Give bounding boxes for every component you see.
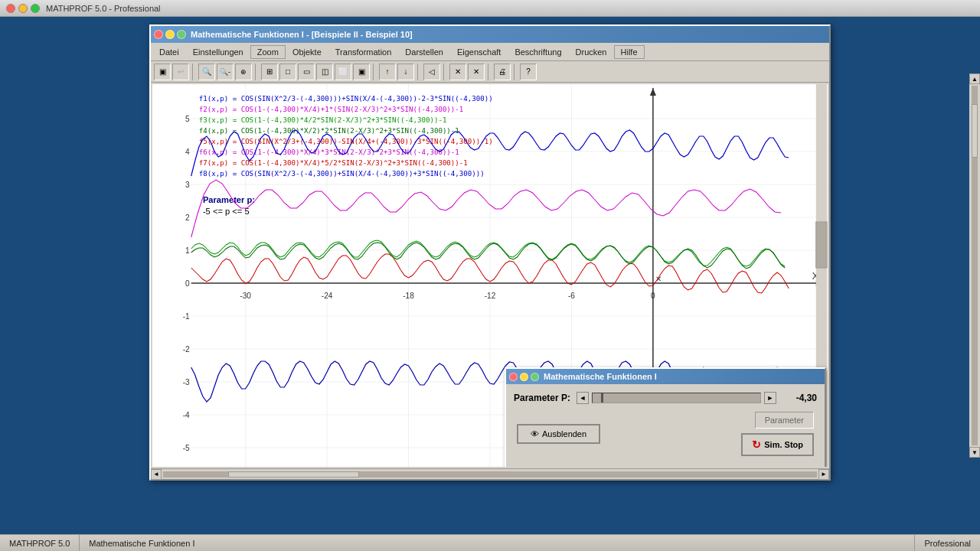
toolbar-sep2 [255,64,258,80]
v-scroll-track[interactable] [972,86,978,445]
inner-minimize-button[interactable] [165,30,175,39]
graph-container: X ✕ 5 4 3 2 1 0 -1 -2 -3 -4 -5 [152,84,828,467]
app-title: MATHPROF 5.0 - Professional [46,4,161,13]
inner-maximize-button[interactable] [177,30,186,39]
svg-text:-30: -30 [240,292,251,300]
h-scrollbar: ◄ ► [151,468,829,479]
sub-minimize-button[interactable] [520,373,528,381]
parameter-button-label: Parameter [765,416,804,425]
menu-hilfe[interactable]: Hilfe [614,45,645,59]
window-controls[interactable] [6,4,40,13]
toolbar: ▣ ↩ 🔍 🔍- ⊕ ⊞ □ ▭ ◫ ⬜ ▣ ↑ ↓ ◁ ✕ ✕ 🖨 ? [151,61,829,83]
sub-title-bar: Mathematische Funktionen I [506,369,825,384]
maximize-button[interactable] [31,4,40,13]
toolbar-zoom-in[interactable]: 🔍 [198,64,215,80]
status-module: Mathematische Funktionen I [80,535,915,551]
svg-text:-1: -1 [183,312,190,321]
sub-maximize-button[interactable] [531,373,539,381]
inner-close-button[interactable] [154,30,163,39]
svg-text:f2(x,p) = COS(1-(-4,300)*X/4)+: f2(x,p) = COS(1-(-4,300)*X/4)+1*(SIN(2-X… [199,106,463,113]
ausblenden-label: Ausblenden [542,429,586,439]
inner-window-title: Mathematische Funktionen I - [Beispiele … [191,30,413,39]
svg-text:-3: -3 [183,378,190,386]
sim-stop-label: Sim. Stop [764,440,803,449]
sim-icon: ↻ [752,439,761,451]
scroll-right-button[interactable]: ► [818,469,829,480]
parameter-button[interactable]: Parameter [755,412,814,429]
button-row: 👁 Ausblenden Parameter ↻ Sim. Stop [514,412,817,462]
h-scroll-thumb[interactable] [228,471,359,478]
eye-icon: 👁 [531,429,539,439]
status-bar: MATHPROF 5.0 Mathematische Funktionen I … [0,534,980,551]
toolbar-close[interactable]: ✕ [449,64,466,80]
toolbar-help[interactable]: ? [520,64,537,80]
toolbar-b4[interactable]: ⬜ [335,64,351,80]
v-scroll-thumb[interactable] [972,104,978,158]
slider-left-arrow[interactable]: ◄ [577,392,589,404]
sub-content: Parameter P: ◄ ► -4,30 👁 [506,384,825,467]
svg-text:f3(x,p) = COS(1-(-4,300)*4/2*S: f3(x,p) = COS(1-(-4,300)*4/2*SIN(2-X/3)^… [199,116,447,124]
toolbar-select[interactable]: ▣ [154,64,171,80]
status-app: MATHPROF 5.0 [0,535,80,551]
sub-window-title: Mathematische Funktionen I [544,372,657,381]
toolbar-b3[interactable]: ◫ [316,64,333,80]
sub-close-button[interactable] [509,373,518,381]
menu-zoom[interactable]: Zoom [250,45,286,59]
toolbar-sep5 [443,64,446,80]
svg-rect-42 [816,222,827,268]
svg-text:-2: -2 [183,345,190,354]
svg-text:-4: -4 [183,411,190,419]
inner-window-controls[interactable] [154,30,186,39]
toolbar-b1[interactable]: □ [279,64,296,80]
svg-text:✕: ✕ [655,275,662,283]
svg-text:-24: -24 [322,292,333,300]
ausblenden-button[interactable]: 👁 Ausblenden [517,424,600,444]
scroll-left-button[interactable]: ◄ [151,469,162,480]
menu-beschriftung[interactable]: Beschriftung [508,45,568,59]
menu-eigenschaft[interactable]: Eigenschaft [450,45,508,59]
toolbar-sep1 [192,64,195,80]
v-scrollbar: ▲ ▼ [969,73,980,458]
toolbar-zoom-out[interactable]: 🔍- [217,64,234,80]
title-bar: MATHPROF 5.0 - Professional [0,0,980,17]
menu-datei[interactable]: Datei [152,45,186,59]
toolbar-print[interactable]: 🖨 [494,64,511,80]
param-slider-container: ◄ ► [577,392,776,404]
slider-track[interactable] [592,393,761,403]
slider-right-arrow[interactable]: ► [764,392,776,404]
minimize-button[interactable] [18,4,28,13]
svg-text:5: 5 [185,115,190,123]
scroll-down-button[interactable]: ▼ [969,447,980,458]
svg-text:2: 2 [185,214,190,222]
toolbar-sep3 [373,64,376,80]
menu-darstellen[interactable]: Darstellen [398,45,450,59]
toolbar-undo[interactable]: ↩ [172,64,189,80]
close-button[interactable] [6,4,15,13]
svg-text:-5: -5 [183,444,190,452]
param-row: Parameter P: ◄ ► -4,30 [514,392,817,404]
toolbar-b5[interactable]: ▣ [353,64,370,80]
sim-stop-button[interactable]: ↻ Sim. Stop [741,433,814,456]
menu-transformation[interactable]: Transformation [328,45,399,59]
toolbar-down[interactable]: ↓ [397,64,414,80]
toolbar-sep7 [514,64,517,80]
menu-objekte[interactable]: Objekte [286,45,328,59]
toolbar-grid[interactable]: ⊞ [261,64,278,80]
right-buttons: Parameter ↻ Sim. Stop [741,412,814,456]
svg-text:4: 4 [185,148,190,156]
sub-window-controls[interactable] [509,373,539,381]
param-p-label: Parameter P: [514,393,570,403]
toolbar-sep6 [488,64,491,80]
svg-text:0: 0 [651,292,655,300]
toolbar-close2[interactable]: ✕ [468,64,485,80]
menu-einstellungen[interactable]: Einstellungen [186,45,250,59]
toolbar-up[interactable]: ↑ [379,64,396,80]
menu-drucken[interactable]: Drucken [569,45,614,59]
svg-text:-6: -6 [568,292,575,300]
toolbar-left[interactable]: ◁ [423,64,440,80]
svg-text:f8(x,p) = COS(SIN(X^2/3-(-4,30: f8(x,p) = COS(SIN(X^2/3-(-4,300))+SIN(X/… [199,170,485,178]
toolbar-b2[interactable]: ▭ [298,64,315,80]
h-scroll-track[interactable] [163,471,817,478]
toolbar-zoom-fit[interactable]: ⊕ [235,64,252,80]
scroll-up-button[interactable]: ▲ [969,73,980,84]
